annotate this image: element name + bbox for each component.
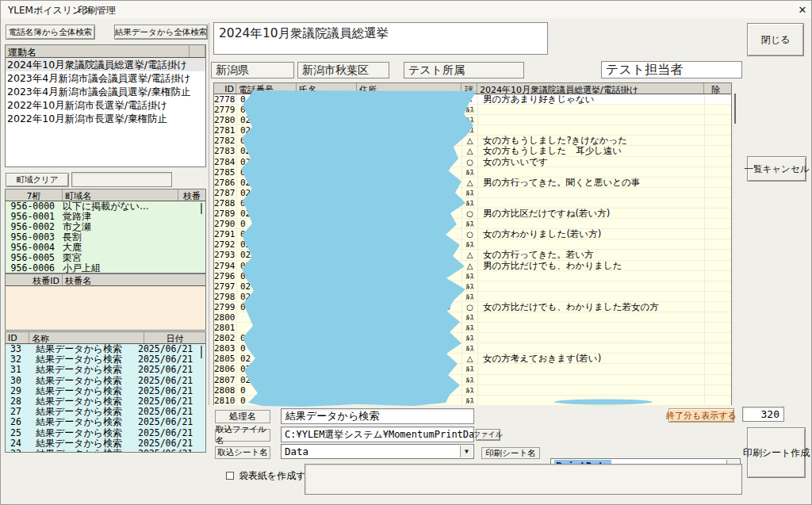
campaign-title-box: 2024年10月衆議院議員総選挙 xyxy=(213,22,548,55)
town-scrollbar-thumb[interactable] xyxy=(201,203,202,214)
history-table: ID 名称 日付 33 結果データから検索 2025/06/21 32 結果デー… xyxy=(5,331,206,453)
list-cancel-button[interactable]: 一覧キャンセル xyxy=(747,156,806,182)
result-row[interactable]: 2800 7 ﾙｽ xyxy=(214,312,731,323)
result-row[interactable]: 2779 02 ﾙｽ xyxy=(214,105,731,115)
result-row[interactable]: 2780 024 ﾙｽ xyxy=(214,115,731,125)
result-rows: 2778 0 × 男の方あまり好きじゃない 2779 02 ﾙｽ 2780 xyxy=(214,94,731,406)
col-delete: 除 xyxy=(704,83,728,94)
result-row[interactable]: 2802 02 ﾙｽ xyxy=(214,333,731,343)
process-name-label: 処理名 xyxy=(215,410,270,423)
result-row[interactable]: 2787 025 16 ﾙｽ xyxy=(214,188,731,198)
col-eval: 評 xyxy=(462,83,477,94)
result-row[interactable]: 2794 025 △ 男の方比だけでも、わかりました xyxy=(214,261,731,271)
campaign-list: 2024年10月衆議院議員総選挙/電話掛け 2023年4月新潟市議会議員選挙/電… xyxy=(6,58,205,125)
col-addr: 住所 xyxy=(357,83,462,94)
result-scrollbar-thumb[interactable] xyxy=(734,94,736,124)
town-col-branch: 枝番 xyxy=(178,189,205,201)
branch-table: 枝番ID 枝番名 xyxy=(5,274,206,331)
panel-divider xyxy=(209,23,209,405)
import-file-input[interactable]: C:¥YLEM選挙システム¥MomentumPrintData.x xyxy=(281,427,474,442)
result-row[interactable]: 2806 025 ﾙｽ xyxy=(214,364,731,374)
print-sheet-label: 印刷シート名 xyxy=(481,447,540,459)
close-button[interactable]: 閉じる xyxy=(747,23,804,56)
result-row[interactable]: 2807 02 ﾙｽ xyxy=(214,375,731,385)
bag-cover-textbox[interactable] xyxy=(304,464,742,495)
campaign-list-item[interactable]: 2023年4月新潟市議会議員選挙/棄権防止 xyxy=(6,85,205,98)
result-row[interactable]: 2792 025 ﾙｽ xyxy=(214,239,731,250)
prefecture-field: 新潟県 xyxy=(211,62,294,78)
town-col-code: 7桁 xyxy=(6,189,63,201)
col-name: 氏名 xyxy=(297,83,357,94)
campaign-list-item[interactable]: 2022年10月新潟市長選挙/電話掛け xyxy=(6,98,205,112)
result-row[interactable]: 2799 0 0 ○ 女の方比だけでも、わかりました若女の方 xyxy=(214,302,731,312)
title-menubar: YLEMボイスリンク 印刷管理 ✕ xyxy=(1,1,812,18)
close-icon[interactable]: ✕ xyxy=(795,2,810,17)
col-campaign: 2024年10月衆議院議員総選挙/電話掛け xyxy=(477,83,704,94)
result-row[interactable]: 2790 0 9 ﾙｽ xyxy=(214,219,731,229)
record-count-box: 320 xyxy=(742,407,784,422)
campaign-list-item[interactable]: 2023年4月新潟市議会議員選挙/電話掛け xyxy=(6,71,205,85)
history-row[interactable]: 30 結果データから検索 2025/06/21 xyxy=(6,376,205,386)
town-filter-input[interactable] xyxy=(71,172,172,187)
person-field[interactable]: テスト担当者 xyxy=(601,61,742,78)
history-row[interactable]: 31 結果データから検索 2025/06/21 xyxy=(6,365,205,375)
result-row[interactable]: 2791 025 ○ 女の方わかりました(若い方) xyxy=(214,229,731,239)
campaign-list-header: 運動名 xyxy=(6,45,190,57)
search-phonebook-button[interactable]: 電話名簿から全体検索 xyxy=(6,25,95,40)
import-sheet-value: Data xyxy=(285,446,308,457)
town-clear-button[interactable]: 町域クリア xyxy=(6,173,69,187)
result-row[interactable]: 2778 0 × 男の方あまり好きじゃない xyxy=(214,94,731,105)
result-row[interactable]: 2782 02 △ 女の方もうしました?きけなかった xyxy=(214,136,731,146)
result-row[interactable]: 2788 025 ﾙｽ xyxy=(214,198,731,209)
process-name-input[interactable]: 結果データから検索 xyxy=(281,408,474,424)
town-table: 7桁 町域名 枝番 956-0000 以下に掲載がない... 956-0001 … xyxy=(5,189,206,274)
result-row[interactable]: 2784 025 ○ 女の方いいです xyxy=(214,157,731,167)
result-row[interactable]: 2808 0 ﾙｽ xyxy=(214,385,731,396)
campaign-title: 2024年10月衆議院議員総選挙 xyxy=(214,23,547,42)
file-browse-button[interactable]: ファイル xyxy=(476,429,500,441)
import-sheet-dropdown[interactable]: Data ▼ xyxy=(281,444,474,459)
affiliation-field: テスト所属 xyxy=(404,62,524,78)
city-field: 新潟市秋葉区 xyxy=(297,62,389,78)
result-row[interactable]: 2783 025 △ 女の方もうしました 耳少し遠い xyxy=(214,146,731,156)
history-col-date: 日付 xyxy=(144,332,205,343)
branch-col-name: 枝番名 xyxy=(63,274,205,285)
campaign-list-item[interactable]: 2024年10月衆議院議員総選挙/電話掛け xyxy=(6,58,205,71)
history-rows: 33 結果データから検索 2025/06/21 32 結果データから検索 202… xyxy=(6,344,205,452)
result-row[interactable]: 2810 0 ﾙｽ xyxy=(214,396,731,406)
col-id: ID xyxy=(214,83,236,94)
import-file-label: 取込ファイル名 xyxy=(215,429,270,442)
town-col-name: 町域名 xyxy=(63,189,178,201)
branch-col-id: 枝番ID xyxy=(6,274,63,285)
result-row[interactable]: 2789 025 7 ○ 男の方比区だけですね(若い方) xyxy=(214,209,731,219)
show-finished-button[interactable]: 終了分も表示する xyxy=(668,408,734,423)
chevron-down-icon[interactable]: ▼ xyxy=(460,446,473,457)
result-table: ID 電話番号 氏名 住所 評 2024年10月衆議院議員総選挙/電話掛け 除 … xyxy=(213,82,732,405)
result-row[interactable]: 2785 02 15 ﾙｽ xyxy=(214,167,731,178)
history-row[interactable]: 25 結果データから検索 2025/06/21 xyxy=(6,428,205,438)
town-row[interactable]: 956-0006 小戸上組 xyxy=(6,263,205,274)
search-resultdata-button[interactable]: 結果データから全体検索 xyxy=(114,25,208,40)
campaign-list-item[interactable]: 2022年10月新潟市長選挙/棄権防止 xyxy=(6,112,205,125)
result-row[interactable]: 2803 0 ﾙｽ xyxy=(214,343,731,354)
result-row[interactable]: 2801 19 ﾙｽ xyxy=(214,323,731,333)
result-row[interactable]: 2786 025 7 △ 男の方行ってきた。聞くと悪いとの事 xyxy=(214,178,731,188)
import-sheet-label: 取込シート名 xyxy=(215,446,270,459)
history-col-id: ID xyxy=(6,332,29,343)
campaign-listbox: 運動名 2024年10月衆議院議員総選挙/電話掛け 2023年4月新潟市議会議員… xyxy=(5,44,206,167)
menu-print-management[interactable]: 印刷管理 xyxy=(78,4,116,17)
result-row[interactable]: 2796 02 ﾙｽ xyxy=(214,271,731,281)
col-phone: 電話番号 xyxy=(236,83,297,94)
result-row[interactable]: 2793 025 △ 女の方行ってきた。若い方 xyxy=(214,250,731,260)
history-row[interactable]: 26 結果データから検索 2025/06/21 xyxy=(6,417,205,427)
bag-cover-checkbox[interactable] xyxy=(226,472,234,480)
create-print-sheet-button[interactable]: 印刷シート作成 xyxy=(747,427,806,478)
town-rows: 956-0000 以下に掲載がない... 956-0001 覚路津 956-00… xyxy=(6,201,205,274)
history-col-name: 名称 xyxy=(29,332,144,343)
result-row[interactable]: 2798 025 9 ﾙｽ xyxy=(214,292,731,302)
history-row[interactable]: 23 結果データから検索 2025/06/21 xyxy=(6,449,205,452)
result-row[interactable]: 2781 02 ﾙｽ xyxy=(214,125,731,136)
result-row[interactable]: 2797 02 ﾙｽ xyxy=(214,281,731,292)
result-row[interactable]: 2805 02 △ 女の方考えておきます(若い) xyxy=(214,354,731,364)
history-scrollbar-thumb[interactable] xyxy=(201,346,202,358)
